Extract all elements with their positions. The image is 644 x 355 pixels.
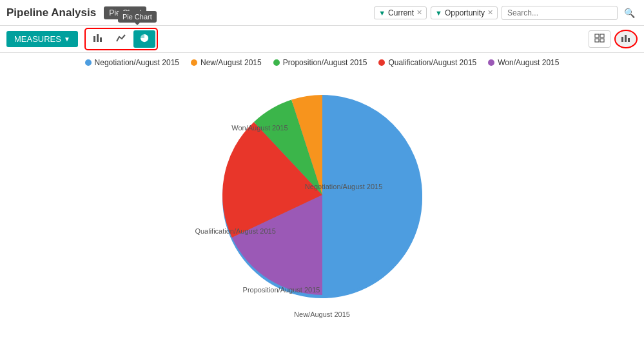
chart-type-buttons: Pie Chart: [84, 28, 158, 50]
legend-dot-proposition: [273, 59, 280, 66]
legend-item-qualification: Qualification/August 2015: [378, 58, 476, 67]
measures-label: MEASURES: [14, 34, 61, 44]
filter-tag-opportunity[interactable]: ▼ Opportunity ✕: [431, 6, 498, 19]
legend-item-won: Won/August 2015: [488, 58, 559, 67]
pie-chart-container: Negotiation/August 2015 Won/August 2015 …: [187, 79, 458, 324]
legend-dot-new: [191, 59, 197, 66]
chart-view-icon: [621, 34, 631, 43]
legend-label-won: Won/August 2015: [498, 58, 559, 67]
pie-label-new: New/August 2015: [294, 310, 350, 318]
pie-label-qualification: Qualification/August 2015: [195, 227, 275, 235]
chart-legend: Negotiation/August 2015 New/August 2015 …: [0, 53, 644, 72]
svg-rect-7: [621, 37, 623, 42]
funnel-icon-current: ▼: [378, 9, 385, 17]
measures-arrow-icon: ▼: [64, 36, 70, 43]
legend-dot-won: [488, 59, 494, 66]
svg-rect-1: [97, 34, 99, 42]
legend-item-negotiation: Negotiation/August 2015: [85, 58, 179, 67]
svg-rect-3: [595, 34, 599, 37]
filter-tags: ▼ Current ✕ ▼ Opportunity ✕ 🔍: [374, 6, 638, 20]
legend-label-negotiation: Negotiation/August 2015: [95, 58, 179, 67]
grid-view-button[interactable]: [589, 30, 610, 48]
line-chart-button[interactable]: [110, 30, 132, 48]
header: Pipeline Analysis Pie Chart ▼ Current ✕ …: [0, 0, 644, 26]
pie-label-won: Won/August 2015: [231, 124, 288, 132]
pie-chart-main: [187, 79, 458, 318]
view-type-buttons: [589, 30, 638, 48]
legend-dot-negotiation: [85, 59, 92, 66]
chart-view-button[interactable]: [614, 30, 638, 48]
svg-rect-9: [628, 38, 630, 42]
line-chart-icon: [116, 34, 126, 43]
legend-label-qualification: Qualification/August 2015: [388, 58, 476, 67]
legend-dot-qualification: [378, 59, 385, 66]
legend-item-new: New/August 2015: [191, 58, 262, 67]
legend-label-proposition: Proposition/August 2015: [283, 58, 367, 67]
svg-rect-4: [600, 34, 604, 37]
funnel-icon-opportunity: ▼: [435, 9, 442, 17]
bar-chart-button[interactable]: [87, 30, 109, 48]
pie-label-proposition: Proposition/August 2015: [243, 286, 320, 294]
filter-tag-current[interactable]: ▼ Current ✕: [374, 6, 427, 19]
page-title: Pipeline Analysis: [6, 6, 96, 19]
pie-tooltip: Pie Chart: [118, 11, 157, 23]
svg-rect-2: [100, 37, 102, 42]
pie-chart-icon: [139, 34, 150, 43]
bar-chart-icon: [93, 34, 103, 43]
legend-item-proposition: Proposition/August 2015: [273, 58, 367, 67]
measures-button[interactable]: MEASURES ▼: [6, 31, 78, 47]
filter-tag-opportunity-close[interactable]: ✕: [487, 8, 493, 17]
svg-rect-5: [595, 39, 599, 42]
pie-segment-negotiation: [322, 95, 422, 295]
pie-label-negotiation: Negotiation/August 2015: [305, 183, 382, 190]
filter-tag-current-close[interactable]: ✕: [416, 8, 422, 17]
search-button[interactable]: 🔍: [621, 6, 638, 19]
pie-chart-button[interactable]: [133, 30, 155, 48]
filter-tag-current-label: Current: [388, 8, 414, 17]
svg-rect-8: [625, 35, 627, 42]
svg-rect-0: [93, 36, 95, 42]
chart-area: Negotiation/August 2015 Won/August 2015 …: [0, 72, 644, 330]
legend-label-new: New/August 2015: [200, 58, 262, 67]
search-input[interactable]: [502, 6, 618, 20]
toolbar: MEASURES ▼ Pie Chart: [0, 26, 644, 53]
svg-rect-6: [600, 39, 604, 42]
filter-tag-opportunity-label: Opportunity: [445, 8, 485, 17]
grid-view-icon: [594, 34, 605, 43]
